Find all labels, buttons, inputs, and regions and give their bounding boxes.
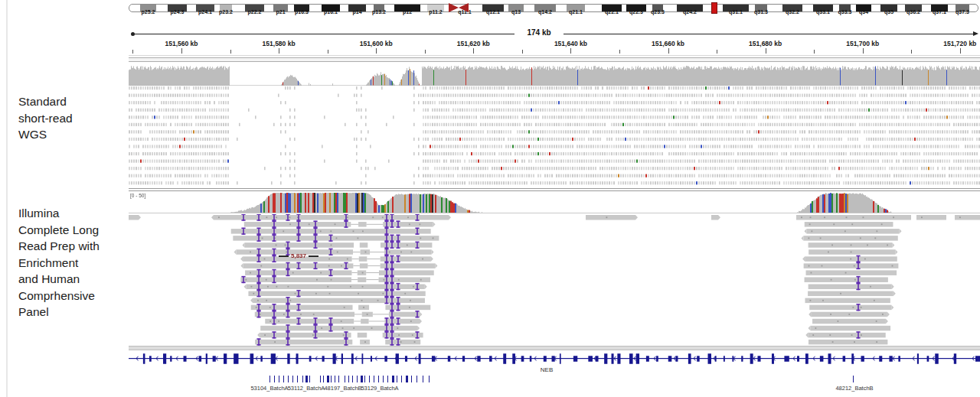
cytoband-label: p13.2 xyxy=(372,9,386,15)
ruler-tick xyxy=(668,48,669,54)
track-separator xyxy=(129,188,980,191)
variant-tick[interactable] xyxy=(279,376,279,382)
centromere-icon xyxy=(459,3,469,12)
cytoband-label: q12.1 xyxy=(486,9,500,15)
deletion-size-label: 5,837 xyxy=(279,252,318,259)
genome-ruler[interactable]: 174 kb 151,560 kb151,580 kb151,600 kb151… xyxy=(129,23,980,57)
variant-tick[interactable] xyxy=(361,376,363,382)
variant-tick[interactable] xyxy=(352,376,353,382)
variant-tick[interactable] xyxy=(392,376,394,382)
view-span-label: 174 kb xyxy=(516,28,562,37)
ruler-tick xyxy=(230,50,231,54)
gene-track[interactable] xyxy=(129,351,980,366)
variant-tick[interactable] xyxy=(387,376,388,382)
cytoband-label: q34 xyxy=(859,9,868,15)
cytoband-label: q36.2 xyxy=(906,9,920,15)
variant-tick[interactable] xyxy=(364,376,365,382)
cytoband-label: p22.2 xyxy=(248,9,262,15)
divider xyxy=(129,213,980,213)
ruler-tick xyxy=(570,48,571,54)
variant-tick[interactable] xyxy=(338,376,339,382)
variant-tick[interactable] xyxy=(302,376,303,382)
genome-panel: p25.2p24.3p24.1p23.2p22.2p21p16.3p16.1p1… xyxy=(129,0,980,397)
variant-tick[interactable] xyxy=(323,376,324,382)
variant-tick[interactable] xyxy=(309,376,310,382)
variant-tick[interactable] xyxy=(383,376,384,382)
cytoband-label: p16.3 xyxy=(295,9,309,15)
cytoband-label: q33.3 xyxy=(838,9,852,15)
ruler-tick-label: 151,560 kb xyxy=(165,40,198,47)
gene-name-label: NEB xyxy=(541,366,553,373)
cytoband-label: q37.3 xyxy=(956,9,969,15)
cytoband-label: q21.1 xyxy=(569,9,583,15)
variant-tick[interactable] xyxy=(369,376,370,382)
variant-tick[interactable] xyxy=(274,376,275,382)
cytoband-label: q13 xyxy=(511,9,521,15)
variant-tick[interactable] xyxy=(411,376,412,382)
short-read-coverage-track[interactable] xyxy=(129,64,980,86)
variant-tick[interactable] xyxy=(406,376,408,382)
variant-tick[interactable] xyxy=(335,376,335,382)
variant-tick[interactable] xyxy=(374,376,374,382)
variant-tick[interactable] xyxy=(297,376,298,382)
ruler-tick-label: 151,660 kb xyxy=(652,40,684,47)
divider xyxy=(129,55,980,56)
long-read-alignment-track[interactable] xyxy=(129,214,980,346)
track-separator xyxy=(129,346,980,350)
long-read-coverage-track[interactable] xyxy=(129,192,980,213)
variant-tick[interactable] xyxy=(288,376,289,382)
ruler-right-arrow-icon xyxy=(973,31,978,36)
ruler-tick-label: 151,580 kb xyxy=(263,40,296,47)
variant-tick[interactable] xyxy=(397,376,397,382)
cytoband-label: q31.1 xyxy=(729,9,743,15)
left-divider xyxy=(6,0,8,397)
variant-tick[interactable] xyxy=(348,376,349,382)
variant-tick[interactable] xyxy=(429,376,430,382)
ruler-tick xyxy=(619,50,620,54)
variant-track[interactable] xyxy=(129,376,980,383)
ruler-tick-label: 151,640 kb xyxy=(554,40,587,47)
variant-tick[interactable] xyxy=(331,376,332,382)
cytoband-label: p14 xyxy=(352,9,361,15)
ruler-tick xyxy=(328,50,328,54)
current-view-marker xyxy=(711,2,717,14)
variant-tick[interactable] xyxy=(345,376,345,382)
ruler-tick xyxy=(814,50,815,54)
ruler-tick xyxy=(717,50,717,54)
cytoband-label: q31.3 xyxy=(754,9,768,15)
igv-genome-browser: Standard short-read WGS Illumina Complet… xyxy=(0,0,980,397)
variant-tick[interactable] xyxy=(853,376,854,382)
cytoband-label: p24.3 xyxy=(171,9,185,15)
ruler-line-right xyxy=(564,34,973,34)
cytoband-label: p12 xyxy=(403,9,412,15)
cytoband-label: p11.2 xyxy=(429,9,443,15)
variant-tick[interactable] xyxy=(283,376,284,382)
ruler-line-left xyxy=(135,34,514,34)
variant-tick[interactable] xyxy=(423,376,423,382)
cytoband-label: q14.2 xyxy=(538,9,552,15)
variant-tick[interactable] xyxy=(401,376,402,382)
ruler-tick-label: 151,620 kb xyxy=(457,40,490,47)
cytoband-label: q37.1 xyxy=(933,9,946,15)
short-read-alignment-track[interactable] xyxy=(129,86,980,188)
variant-tick[interactable] xyxy=(270,376,270,382)
ruler-tick xyxy=(425,50,426,54)
track-label-short-read-wgs: Standard short-read WGS xyxy=(18,93,127,143)
variant-tick[interactable] xyxy=(320,376,321,382)
chromosome-ideogram[interactable]: p25.2p24.3p24.1p23.2p22.2p21p16.3p16.1p1… xyxy=(129,0,980,18)
variant-tick[interactable] xyxy=(305,376,308,382)
cytoband-label: p24.1 xyxy=(198,9,212,15)
variant-tick[interactable] xyxy=(292,376,293,382)
cytoband-label: q35 xyxy=(884,9,893,15)
variant-tick[interactable] xyxy=(357,376,358,382)
ruler-tick xyxy=(181,48,182,54)
variant-tick[interactable] xyxy=(327,376,329,382)
cytoband-label: q23.3 xyxy=(651,9,665,15)
cytoband-label: p21 xyxy=(276,9,285,15)
variant-tick[interactable] xyxy=(416,376,417,382)
cytoband-label: q22.3 xyxy=(629,9,643,15)
batch-label: 53104_BatchA xyxy=(250,385,288,392)
ruler-tick xyxy=(766,48,766,54)
ruler-tick xyxy=(522,50,523,54)
variant-tick[interactable] xyxy=(378,376,379,382)
